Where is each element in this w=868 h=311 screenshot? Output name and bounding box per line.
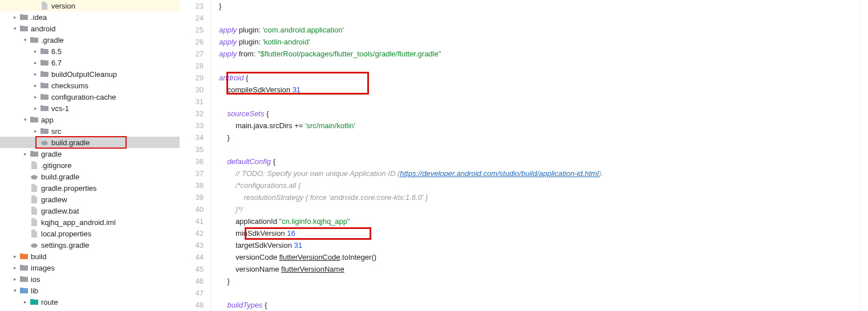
line-number: 39 <box>180 191 204 203</box>
tree-item-label: gradlew <box>41 195 67 204</box>
code-line[interactable]: applicationId "cn.liginfo.kqjhq_app" <box>219 215 860 227</box>
tree-item-label: buildOutputCleanup <box>51 70 117 79</box>
line-number: 34 <box>180 132 204 144</box>
code-line[interactable]: main.java.srcDirs += 'src/main/kotlin' <box>219 120 860 132</box>
chevron-icon[interactable]: ▾ <box>21 117 30 122</box>
tree-item-label: version <box>51 2 75 10</box>
line-number: 45 <box>180 263 204 275</box>
chevron-icon[interactable]: ▸ <box>21 299 30 305</box>
tree-item-label: src <box>51 127 61 136</box>
code-line[interactable]: apply plugin: 'kotlin-android' <box>219 36 860 48</box>
code-line[interactable] <box>219 287 860 299</box>
line-number: 23 <box>180 0 204 12</box>
line-number: 26 <box>180 36 204 48</box>
tree-item-label: kqjhq_app_android.iml <box>41 218 116 227</box>
line-number: 40 <box>180 203 204 215</box>
line-number: 38 <box>180 179 204 191</box>
tree-item-label: .gitignore <box>41 161 71 170</box>
chevron-icon[interactable]: ▾ <box>10 26 19 31</box>
tree-item[interactable]: ▸vcs-1 <box>0 103 180 114</box>
folder-icon <box>30 297 39 306</box>
tree-item[interactable]: ▾app <box>0 114 180 125</box>
tree-item-label: gradle <box>41 150 62 158</box>
tree-item[interactable]: ▸checksums <box>0 80 180 91</box>
line-number: 33 <box>180 120 204 132</box>
chevron-icon[interactable]: ▸ <box>10 276 19 282</box>
chevron-icon[interactable]: ▾ <box>21 37 30 43</box>
tree-item[interactable]: ▸src <box>0 125 180 137</box>
tree-item-label: checksums <box>51 81 88 90</box>
code-line[interactable] <box>219 60 860 72</box>
line-number: 24 <box>180 12 204 24</box>
chevron-icon[interactable]: ▸ <box>10 265 19 271</box>
editor-marker-strip <box>860 0 868 311</box>
code-line[interactable]: apply from: "$flutterRoot/packages/flutt… <box>219 48 860 60</box>
tree-item-label: 6.5 <box>51 47 62 56</box>
tree-item-label: 6.7 <box>51 59 62 67</box>
chevron-icon[interactable]: ▸ <box>21 151 30 157</box>
tree-item-label: route <box>41 298 58 306</box>
code-line[interactable]: } <box>219 0 860 12</box>
tree-item-label: settings.gradle <box>41 241 90 249</box>
gradle-icon <box>40 138 49 147</box>
code-line[interactable]: versionName flutterVersionName <box>219 263 860 275</box>
line-number: 32 <box>180 108 204 120</box>
tree-item[interactable]: .gitignore <box>0 159 180 171</box>
tree-item-label: gradlew.bat <box>41 207 79 215</box>
code-line[interactable]: android { <box>219 72 860 84</box>
code-line[interactable]: minSdkVersion 16 <box>219 227 860 239</box>
tree-item-label: vcs-1 <box>51 104 69 113</box>
chevron-icon[interactable]: ▸ <box>10 14 19 20</box>
chevron-icon[interactable]: ▸ <box>31 48 40 54</box>
line-number: 44 <box>180 251 204 263</box>
line-number: 43 <box>180 239 204 251</box>
code-line[interactable]: compileSdkVersion 31 <box>219 84 860 96</box>
code-line[interactable]: } <box>219 275 860 287</box>
code-line[interactable] <box>219 144 860 156</box>
code-line[interactable]: versionCode flutterVersionCode.toInteger… <box>219 251 860 263</box>
code-line[interactable]: // TODO: Specify your own unique Applica… <box>219 167 860 179</box>
project-tree[interactable]: version▸.idea▾android▾.gradle▸6.5▸6.7▸bu… <box>0 0 180 311</box>
line-number: 29 <box>180 72 204 84</box>
line-number: 35 <box>180 144 204 156</box>
code-line[interactable] <box>219 96 860 108</box>
tree-item-label: gradle.properties <box>41 184 97 193</box>
code-line[interactable]: targetSdkVersion 31 <box>219 239 860 251</box>
tree-item[interactable]: ▸gradle <box>0 148 180 159</box>
tree-item[interactable]: ▾lib <box>0 285 180 296</box>
code-line[interactable]: }*/ <box>219 203 860 215</box>
line-number-gutter: 2324252627282930313233343536373839404142… <box>180 0 211 311</box>
tree-item[interactable]: ▾android <box>0 23 180 34</box>
tree-item[interactable]: ▸configuration-cache <box>0 91 180 103</box>
folder-icon <box>30 35 39 44</box>
chevron-icon[interactable]: ▸ <box>10 253 19 259</box>
tree-item-label: configuration-cache <box>51 93 116 101</box>
tree-item[interactable]: gradlew <box>0 194 180 205</box>
line-number: 37 <box>180 167 204 179</box>
tree-item-label: build.gradle <box>41 173 79 181</box>
tree-item[interactable]: gradle.properties <box>0 182 180 194</box>
folder-icon <box>19 24 29 33</box>
line-number: 42 <box>180 227 204 239</box>
line-number: 27 <box>180 48 204 60</box>
code-line[interactable] <box>219 12 860 24</box>
line-number: 41 <box>180 215 204 227</box>
code-line[interactable]: /*configurations.all { <box>219 179 860 191</box>
code-line[interactable]: sourceSets { <box>219 108 860 120</box>
code-line[interactable]: buildTypes { <box>219 299 860 311</box>
line-number: 47 <box>180 287 204 299</box>
line-number: 28 <box>180 60 204 72</box>
code-line[interactable]: apply plugin: 'com.android.application' <box>219 24 860 36</box>
line-number: 30 <box>180 84 204 96</box>
chevron-icon[interactable]: ▸ <box>31 71 40 77</box>
folder-icon <box>19 286 29 295</box>
chevron-icon[interactable]: ▸ <box>31 60 40 66</box>
tree-item-label: build.gradle <box>51 138 90 147</box>
code-line[interactable]: } <box>219 132 860 144</box>
code-editor[interactable]: } apply plugin: 'com.android.application… <box>211 0 860 311</box>
code-line[interactable]: resolutionStrategy { force 'androidx.cor… <box>219 191 860 203</box>
tree-item[interactable]: build.gradle <box>0 137 180 148</box>
chevron-icon[interactable]: ▾ <box>10 288 19 293</box>
tree-item[interactable]: build.gradle <box>0 171 180 182</box>
code-line[interactable]: defaultConfig { <box>219 156 860 167</box>
